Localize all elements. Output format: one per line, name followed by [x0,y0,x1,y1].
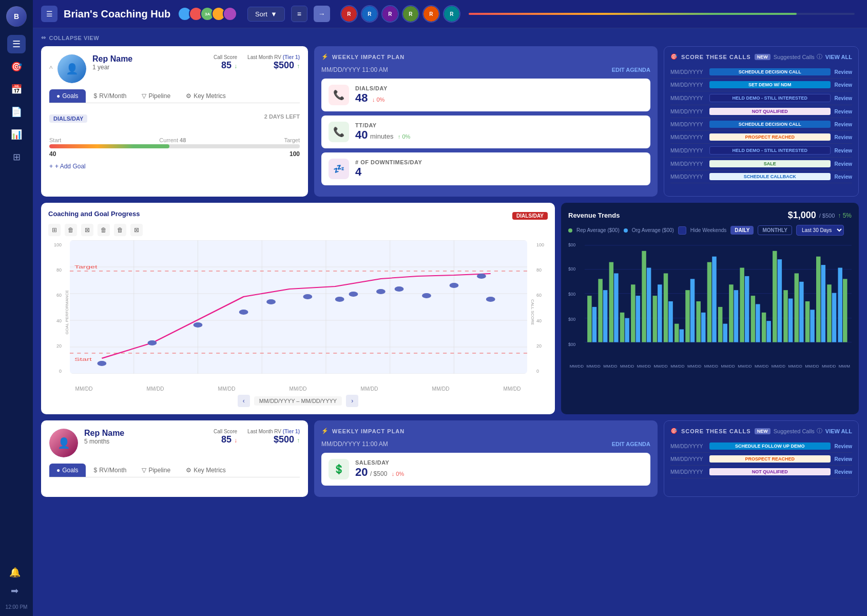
impact-header-1: ⚡ WEEKLY IMPACT PLAN [321,53,650,60]
svg-rect-59 [795,273,799,342]
review-link-1[interactable]: Review [835,69,852,75]
add-goal-button-1[interactable]: + + Add Goal [49,163,300,170]
svg-rect-68 [636,296,640,342]
user-avatar[interactable]: B [6,6,27,27]
rep-card-2: 👤 Rep Name 5 months Call Score 85 ↓ [41,420,308,497]
rep-scores-1: Call Score 85 ↓ Last Month RV (Tier 1) [214,54,300,71]
sidebar-icon-menu[interactable]: ☰ [7,35,26,53]
period-select[interactable]: Last 30 Days [796,225,844,236]
review-link-5[interactable]: Review [835,122,852,127]
svg-rect-71 [668,301,672,342]
nav-avatar-1[interactable]: R [340,5,358,23]
review-link-4[interactable]: Review [835,109,852,114]
goal-labels-1: Start Current 48 Target [49,137,300,143]
sort-button[interactable]: Sort ▼ [247,7,285,22]
sales-change: ↓ 0% [392,471,404,477]
goals-icon-2: ● [56,467,60,474]
svg-rect-84 [810,310,814,342]
sidebar-icon-bell[interactable]: 🔔 [6,563,24,582]
rep-info-2: Rep Name 5 months [84,429,207,445]
nav-avatar-2[interactable]: R [361,5,378,23]
nav-avatar-5[interactable]: R [422,5,440,23]
svg-rect-42 [609,262,613,342]
chart-icon-1[interactable]: ⊞ [48,224,61,236]
review-link-3[interactable]: Review [835,95,852,101]
sidebar-icon-grid[interactable]: ⊞ [7,148,26,166]
rep-photo-1: 👤 [57,54,86,83]
nav-avatar-4[interactable]: R [402,5,419,23]
review-link-2-1[interactable]: Review [835,444,852,449]
call-tag-6: PROSPECT REACHED [709,133,831,141]
sales-unit: / $500 [370,470,387,477]
rev-controls: Rep Average ($00) Org Average ($00) Hide… [568,225,852,236]
svg-point-27 [486,297,495,302]
sidebar-icon-calendar[interactable]: 📅 [7,80,26,99]
collapse-chevron-icon[interactable]: ^ [49,65,53,73]
chart-date-range: MM/DD/YYYY – MM/DD/YYYY [254,396,342,406]
metric-sales-2: 💲 SALES/DAY 20 / $500 ↓ 0% [321,453,650,486]
revenue-card: Revenue Trends $1,000 / $500 ↑ 5% Rep Av… [561,203,859,414]
svg-text:$00: $00 [568,317,575,322]
goal-bar-1 [49,144,300,148]
chart-icon-4[interactable]: 🗑 [98,224,110,236]
tab-goals-1[interactable]: ● Goals [49,89,86,103]
svg-rect-54 [740,268,744,342]
chart-nav: ‹ MM/DD/YYYY – MM/DD/YYYY › [48,395,548,407]
call-row-1: MM/DD/YYYY SCHEDULE DECISION CALL Review [670,66,852,79]
tab-metrics-2[interactable]: ⚙ Key Metrics [179,464,233,477]
tab-goals-2[interactable]: ● Goals [49,464,86,477]
svg-rect-60 [805,301,810,342]
legend-dot-rep [568,228,572,233]
avatar-4[interactable] [223,7,237,21]
rev-amount: $1,000 [788,210,816,221]
header-avatar-group[interactable]: 3A [181,7,237,21]
sidebar-icon-document[interactable]: 📄 [7,103,26,121]
review-link-6[interactable]: Review [835,134,852,140]
rep-info-1: Rep Name 1 year [92,54,207,71]
tab-pipeline-2[interactable]: ▽ Pipeline [134,464,178,477]
tab-rv-2[interactable]: $ RV/Month [87,464,134,477]
collapse-view-bar[interactable]: ⇔ COLLAPSE VIEW [41,34,859,41]
y-label-left: GOAL PERFORMANCE [65,290,69,334]
review-link-8[interactable]: Review [835,161,852,167]
call-tag-2-3: NOT QUALIFIED [709,468,831,475]
next-button[interactable]: → [314,6,330,22]
view-all-button-2[interactable]: VIEW ALL [825,428,852,434]
list-view-button[interactable]: ≡ [291,6,307,22]
call-row-7: MM/DD/YYYY HELD DEMO - STILL INTERESTED … [670,144,852,158]
daily-button[interactable]: DAILY [730,226,754,235]
edit-agenda-button-2[interactable]: EDIT AGENDA [612,441,650,447]
goal-section-1: 2 DAYS LEFT DIALS/DAY Start Current 48 T… [49,109,300,174]
svg-point-18 [266,299,276,304]
sidebar-icon-chart[interactable]: 📊 [7,125,26,144]
review-link-9[interactable]: Review [835,174,852,180]
tab-metrics-1[interactable]: ⚙ Key Metrics [179,89,233,103]
chart-icon-6[interactable]: ⊠ [130,224,143,236]
monthly-button[interactable]: MONTHLY [758,225,792,235]
hide-weekends-label: Hide Weekends [690,227,726,233]
tab-pipeline-1[interactable]: ▽ Pipeline [134,89,178,103]
chart-next-button[interactable]: › [346,395,358,407]
nav-avatar-3[interactable]: R [381,5,399,23]
view-all-button-1[interactable]: VIEW ALL [825,54,852,60]
call-tag-3: HELD DEMO - STILL INTERESTED [709,94,831,102]
review-link-7[interactable]: Review [835,148,852,153]
chart-prev-button[interactable]: ‹ [238,395,250,407]
sidebar-icon-exit[interactable]: ➡ [6,582,24,600]
tab-rv-1[interactable]: $ RV/Month [87,89,134,103]
review-link-2[interactable]: Review [835,82,852,88]
sidebar-icon-target[interactable]: 🎯 [7,57,26,76]
chart-icon-5[interactable]: 🗑 [114,224,126,236]
edit-agenda-button-1[interactable]: EDIT AGENDA [612,67,650,73]
chart-icon-3[interactable]: ⊠ [81,224,93,236]
svg-rect-43 [620,313,624,342]
review-link-2-2[interactable]: Review [835,456,852,462]
chart-icon-2[interactable]: 🗑 [65,224,77,236]
nav-avatar-6[interactable]: R [443,5,460,23]
review-link-2-3[interactable]: Review [835,469,852,475]
goals-icon: ● [56,92,60,100]
weekend-toggle[interactable] [678,226,686,235]
chart-icons: ⊞ 🗑 ⊠ 🗑 🗑 ⊠ [48,224,548,236]
rep-row-1: ^ 👤 Rep Name 1 year Call Score [41,46,859,197]
score-header-2: 🎯 SCORE THESE CALLS NEW Suggested Calls … [670,427,852,435]
